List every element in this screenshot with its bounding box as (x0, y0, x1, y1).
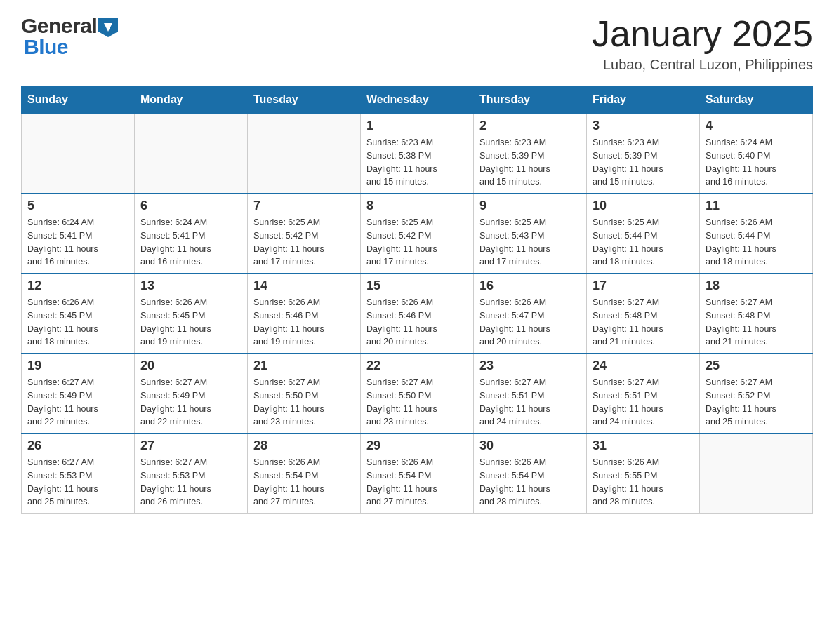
day-number: 2 (479, 119, 581, 133)
day-number: 13 (140, 279, 241, 293)
col-header-tuesday: Tuesday (248, 86, 361, 114)
calendar-table: SundayMondayTuesdayWednesdayThursdayFrid… (21, 86, 813, 514)
day-info: Sunrise: 6:27 AMSunset: 5:51 PMDaylight:… (479, 376, 581, 429)
calendar-cell: 6Sunrise: 6:24 AMSunset: 5:41 PMDaylight… (135, 194, 248, 274)
day-number: 25 (706, 358, 807, 373)
day-info: Sunrise: 6:27 AMSunset: 5:48 PMDaylight:… (593, 296, 694, 349)
day-number: 10 (593, 199, 694, 213)
calendar-cell (700, 434, 813, 514)
calendar-cell: 16Sunrise: 6:26 AMSunset: 5:47 PMDayligh… (474, 274, 587, 354)
day-number: 20 (140, 358, 241, 373)
calendar-cell: 4Sunrise: 6:24 AMSunset: 5:40 PMDaylight… (700, 114, 813, 194)
page-header: General Blue January 2025 Lubao, Central… (21, 14, 813, 73)
day-number: 8 (366, 199, 468, 213)
day-number: 16 (479, 279, 581, 293)
calendar-cell: 1Sunrise: 6:23 AMSunset: 5:38 PMDaylight… (361, 114, 474, 194)
calendar-cell: 23Sunrise: 6:27 AMSunset: 5:51 PMDayligh… (474, 354, 587, 434)
week-row-2: 5Sunrise: 6:24 AMSunset: 5:41 PMDaylight… (22, 194, 813, 274)
calendar-cell: 21Sunrise: 6:27 AMSunset: 5:50 PMDayligh… (248, 354, 361, 434)
calendar-cell: 30Sunrise: 6:26 AMSunset: 5:54 PMDayligh… (474, 434, 587, 514)
day-number: 18 (706, 279, 807, 293)
day-info: Sunrise: 6:25 AMSunset: 5:43 PMDaylight:… (479, 216, 581, 269)
day-number: 11 (706, 199, 807, 213)
calendar-cell (22, 114, 135, 194)
week-row-3: 12Sunrise: 6:26 AMSunset: 5:45 PMDayligh… (22, 274, 813, 354)
week-row-4: 19Sunrise: 6:27 AMSunset: 5:49 PMDayligh… (22, 354, 813, 434)
calendar-cell: 27Sunrise: 6:27 AMSunset: 5:53 PMDayligh… (135, 434, 248, 514)
day-info: Sunrise: 6:26 AMSunset: 5:55 PMDaylight:… (593, 456, 694, 509)
calendar-cell (135, 114, 248, 194)
day-number: 15 (366, 279, 468, 293)
day-number: 6 (140, 199, 241, 213)
calendar-cell: 14Sunrise: 6:26 AMSunset: 5:46 PMDayligh… (248, 274, 361, 354)
col-header-sunday: Sunday (22, 86, 135, 114)
day-info: Sunrise: 6:23 AMSunset: 5:39 PMDaylight:… (593, 136, 694, 189)
day-info: Sunrise: 6:27 AMSunset: 5:50 PMDaylight:… (366, 376, 468, 429)
calendar-cell: 5Sunrise: 6:24 AMSunset: 5:41 PMDaylight… (22, 194, 135, 274)
calendar-cell: 20Sunrise: 6:27 AMSunset: 5:49 PMDayligh… (135, 354, 248, 434)
day-number: 5 (27, 199, 128, 213)
day-number: 31 (593, 438, 694, 453)
calendar-cell: 2Sunrise: 6:23 AMSunset: 5:39 PMDaylight… (474, 114, 587, 194)
day-info: Sunrise: 6:26 AMSunset: 5:54 PMDaylight:… (366, 456, 468, 509)
day-number: 19 (27, 358, 128, 373)
col-header-friday: Friday (587, 86, 700, 114)
day-info: Sunrise: 6:25 AMSunset: 5:42 PMDaylight:… (253, 216, 355, 269)
calendar-cell: 31Sunrise: 6:26 AMSunset: 5:55 PMDayligh… (587, 434, 700, 514)
day-number: 27 (140, 438, 241, 453)
day-number: 26 (27, 438, 128, 453)
calendar-cell: 18Sunrise: 6:27 AMSunset: 5:48 PMDayligh… (700, 274, 813, 354)
day-number: 7 (253, 199, 355, 213)
calendar-cell: 29Sunrise: 6:26 AMSunset: 5:54 PMDayligh… (361, 434, 474, 514)
day-number: 30 (479, 438, 581, 453)
day-info: Sunrise: 6:24 AMSunset: 5:41 PMDaylight:… (27, 216, 128, 269)
day-number: 9 (479, 199, 581, 213)
day-info: Sunrise: 6:26 AMSunset: 5:54 PMDaylight:… (479, 456, 581, 509)
day-info: Sunrise: 6:27 AMSunset: 5:53 PMDaylight:… (27, 456, 128, 509)
day-info: Sunrise: 6:27 AMSunset: 5:50 PMDaylight:… (253, 376, 355, 429)
calendar-cell: 3Sunrise: 6:23 AMSunset: 5:39 PMDaylight… (587, 114, 700, 194)
day-number: 12 (27, 279, 128, 293)
col-header-thursday: Thursday (474, 86, 587, 114)
logo: General Blue (21, 14, 118, 59)
day-info: Sunrise: 6:25 AMSunset: 5:42 PMDaylight:… (366, 216, 468, 269)
month-title: January 2025 (592, 14, 813, 54)
calendar-cell: 11Sunrise: 6:26 AMSunset: 5:44 PMDayligh… (700, 194, 813, 274)
week-row-5: 26Sunrise: 6:27 AMSunset: 5:53 PMDayligh… (22, 434, 813, 514)
calendar-cell: 25Sunrise: 6:27 AMSunset: 5:52 PMDayligh… (700, 354, 813, 434)
calendar-cell: 26Sunrise: 6:27 AMSunset: 5:53 PMDayligh… (22, 434, 135, 514)
location-subtitle: Lubao, Central Luzon, Philippines (592, 57, 813, 73)
logo-general-text: General (21, 14, 97, 38)
calendar-cell: 10Sunrise: 6:25 AMSunset: 5:44 PMDayligh… (587, 194, 700, 274)
day-info: Sunrise: 6:27 AMSunset: 5:52 PMDaylight:… (706, 376, 807, 429)
day-info: Sunrise: 6:26 AMSunset: 5:54 PMDaylight:… (253, 456, 355, 509)
day-info: Sunrise: 6:27 AMSunset: 5:51 PMDaylight:… (593, 376, 694, 429)
calendar-cell: 12Sunrise: 6:26 AMSunset: 5:45 PMDayligh… (22, 274, 135, 354)
day-info: Sunrise: 6:26 AMSunset: 5:46 PMDaylight:… (366, 296, 468, 349)
day-number: 29 (366, 438, 468, 453)
day-info: Sunrise: 6:26 AMSunset: 5:45 PMDaylight:… (27, 296, 128, 349)
week-row-1: 1Sunrise: 6:23 AMSunset: 5:38 PMDaylight… (22, 114, 813, 194)
day-info: Sunrise: 6:27 AMSunset: 5:49 PMDaylight:… (140, 376, 241, 429)
calendar-cell: 19Sunrise: 6:27 AMSunset: 5:49 PMDayligh… (22, 354, 135, 434)
day-info: Sunrise: 6:23 AMSunset: 5:39 PMDaylight:… (479, 136, 581, 189)
day-number: 3 (593, 119, 694, 133)
calendar-cell: 8Sunrise: 6:25 AMSunset: 5:42 PMDaylight… (361, 194, 474, 274)
day-number: 4 (706, 119, 807, 133)
calendar-cell: 28Sunrise: 6:26 AMSunset: 5:54 PMDayligh… (248, 434, 361, 514)
day-info: Sunrise: 6:26 AMSunset: 5:46 PMDaylight:… (253, 296, 355, 349)
day-info: Sunrise: 6:26 AMSunset: 5:47 PMDaylight:… (479, 296, 581, 349)
calendar-cell: 9Sunrise: 6:25 AMSunset: 5:43 PMDaylight… (474, 194, 587, 274)
calendar-cell: 24Sunrise: 6:27 AMSunset: 5:51 PMDayligh… (587, 354, 700, 434)
calendar-cell: 17Sunrise: 6:27 AMSunset: 5:48 PMDayligh… (587, 274, 700, 354)
calendar-cell: 15Sunrise: 6:26 AMSunset: 5:46 PMDayligh… (361, 274, 474, 354)
day-number: 22 (366, 358, 468, 373)
day-info: Sunrise: 6:24 AMSunset: 5:40 PMDaylight:… (706, 136, 807, 189)
day-number: 21 (253, 358, 355, 373)
day-info: Sunrise: 6:27 AMSunset: 5:53 PMDaylight:… (140, 456, 241, 509)
day-number: 14 (253, 279, 355, 293)
day-info: Sunrise: 6:27 AMSunset: 5:48 PMDaylight:… (706, 296, 807, 349)
calendar-cell: 7Sunrise: 6:25 AMSunset: 5:42 PMDaylight… (248, 194, 361, 274)
logo-arrow-icon (98, 18, 118, 37)
col-header-monday: Monday (135, 86, 248, 114)
